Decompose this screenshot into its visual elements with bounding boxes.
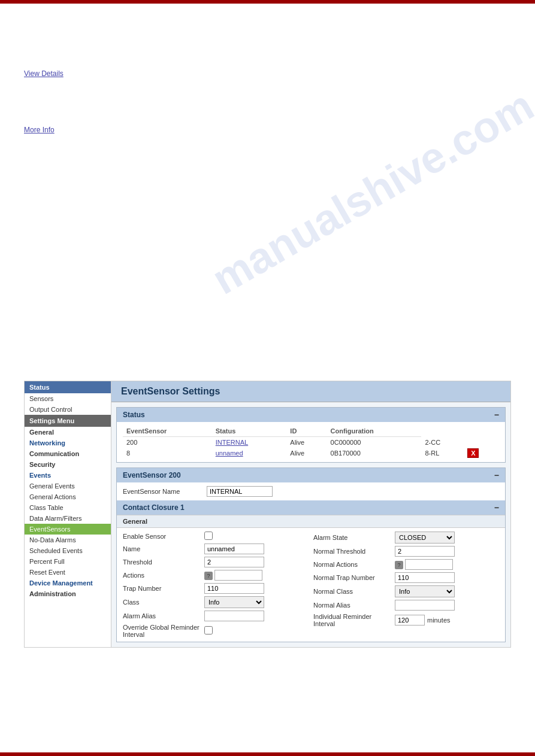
eventsensor-200-collapse-btn[interactable]: − xyxy=(494,470,499,480)
field-normal-threshold: Normal Threshold xyxy=(313,545,499,558)
sidebar-item-data-alarm[interactable]: Data Alarm/Filters xyxy=(25,513,111,524)
contact-closure-label: Contact Closure 1 xyxy=(123,503,185,512)
sidebar: Status Sensors Output Control Settings M… xyxy=(25,381,111,647)
sidebar-item-eventsensors[interactable]: EventSensors xyxy=(25,524,111,535)
right-col: Alarm State CLOSED OPEN Normal Threshold xyxy=(313,530,499,639)
normal-threshold-label: Normal Threshold xyxy=(313,548,391,555)
reminder-interval-value: minutes xyxy=(395,615,451,626)
sidebar-item-events[interactable]: Events xyxy=(25,470,111,481)
contact-closure-header: Contact Closure 1 − xyxy=(117,500,505,515)
field-normal-actions: Normal Actions ? xyxy=(313,558,499,571)
error-badge[interactable]: X xyxy=(467,448,479,458)
normal-actions-help-btn[interactable]: ? xyxy=(395,561,403,569)
status-section-header: Status − xyxy=(117,408,505,422)
screenshot-container: Status Sensors Output Control Settings M… xyxy=(24,381,511,648)
normal-actions-value: ? xyxy=(395,559,453,570)
table-row: 8 unnamed Alive 0B170000 8-RL X xyxy=(123,448,499,459)
class-select[interactable]: Info Warning Critical xyxy=(204,596,264,608)
status-collapse-btn[interactable]: − xyxy=(494,410,499,420)
sidebar-item-general-actions[interactable]: General Actions xyxy=(25,491,111,502)
bottom-border xyxy=(0,752,535,756)
table-row: 200 INTERNAL Alive 0C000000 2-CC xyxy=(123,437,499,448)
row1-status: Alive xyxy=(286,437,327,448)
row2-id: 0B170000 xyxy=(327,448,422,459)
status-section-label: Status xyxy=(123,411,145,419)
trap-number-input[interactable] xyxy=(204,583,264,594)
sidebar-status-header: Status xyxy=(25,381,111,393)
sidebar-item-device-mgmt[interactable]: Device Management xyxy=(25,578,111,588)
override-global-checkbox[interactable] xyxy=(204,626,213,634)
col-status: Status xyxy=(212,426,287,437)
top-link-1[interactable]: View Details xyxy=(24,69,64,78)
sidebar-settings-menu-header: Settings Menu xyxy=(25,415,111,427)
page-content: View Details More Info xyxy=(0,4,535,152)
class-label: Class xyxy=(123,599,201,606)
name-value xyxy=(204,544,264,554)
eventsensor-name-label: EventSensor Name xyxy=(123,488,207,495)
status-section: Status − EventSensor Status ID Configura… xyxy=(116,407,506,463)
eventsensor-name-row: EventSensor Name xyxy=(117,482,505,500)
main-content: EventSensor Settings Status − EventSenso… xyxy=(111,381,510,647)
field-actions: Actions ? xyxy=(123,569,309,582)
row1-id: 0C000000 xyxy=(327,437,422,448)
row2-name[interactable]: unnamed xyxy=(212,448,287,459)
field-threshold: Threshold xyxy=(123,555,309,569)
row1-name[interactable]: INTERNAL xyxy=(212,437,287,448)
field-normal-trap-number: Normal Trap Number xyxy=(313,571,499,584)
sidebar-item-class-table[interactable]: Class Table xyxy=(25,502,111,513)
class-value: Info Warning Critical xyxy=(204,596,264,608)
eventsensor-200-header: EventSensor 200 − xyxy=(117,468,505,482)
main-title: EventSensor Settings xyxy=(111,381,510,402)
field-class: Class Info Warning Critical xyxy=(123,595,309,609)
normal-trap-number-input[interactable] xyxy=(395,572,455,583)
threshold-value xyxy=(204,557,264,567)
sidebar-item-general[interactable]: General xyxy=(25,427,111,438)
row2-config: 8-RL xyxy=(421,448,464,459)
trap-number-value xyxy=(204,583,264,594)
eventsensor-name-input[interactable] xyxy=(207,486,273,497)
alarm-alias-label: Alarm Alias xyxy=(123,612,201,620)
normal-threshold-input[interactable] xyxy=(395,546,455,557)
top-link-2[interactable]: More Info xyxy=(24,126,55,134)
field-trap-number: Trap Number xyxy=(123,582,309,595)
field-normal-alias: Normal Alias xyxy=(313,599,499,612)
alarm-state-select[interactable]: CLOSED OPEN xyxy=(395,532,455,544)
sidebar-item-percent-full[interactable]: Percent Full xyxy=(25,556,111,567)
actions-input[interactable] xyxy=(214,570,262,581)
sidebar-item-administration[interactable]: Administration xyxy=(25,588,111,599)
field-enable-sensor: Enable Sensor xyxy=(123,530,309,542)
sidebar-item-output-control[interactable]: Output Control xyxy=(25,404,111,415)
threshold-input[interactable] xyxy=(204,557,264,567)
sidebar-item-general-events[interactable]: General Events xyxy=(25,481,111,491)
actions-label: Actions xyxy=(123,572,201,579)
sidebar-item-scheduled-events[interactable]: Scheduled Events xyxy=(25,545,111,556)
col-eventsensor: EventSensor xyxy=(123,426,212,437)
sidebar-item-security[interactable]: Security xyxy=(25,459,111,470)
sidebar-item-communication[interactable]: Communication xyxy=(25,448,111,459)
alarm-alias-value xyxy=(204,611,264,621)
enable-sensor-checkbox[interactable] xyxy=(204,532,213,540)
sidebar-item-networking[interactable]: Networking xyxy=(25,438,111,448)
sidebar-item-sensors[interactable]: Sensors xyxy=(25,393,111,404)
normal-actions-label: Normal Actions xyxy=(313,561,391,568)
sidebar-item-reset-event[interactable]: Reset Event xyxy=(25,567,111,578)
field-alarm-state: Alarm State CLOSED OPEN xyxy=(313,530,499,545)
col-config: Configuration xyxy=(327,426,422,437)
normal-trap-number-value xyxy=(395,572,455,583)
actions-value: ? xyxy=(204,570,262,581)
name-input[interactable] xyxy=(204,544,264,554)
normal-class-select[interactable]: Info Warning Critical xyxy=(395,585,455,597)
sidebar-item-no-data-alarms[interactable]: No-Data Alarms xyxy=(25,535,111,545)
eventsensor-200-section: EventSensor 200 − EventSensor Name Conta… xyxy=(116,467,506,642)
normal-alias-input[interactable] xyxy=(395,600,455,611)
actions-help-btn[interactable]: ? xyxy=(204,572,213,580)
reminder-interval-input[interactable] xyxy=(395,615,425,626)
col-id: ID xyxy=(286,426,327,437)
field-reminder-interval: Individual Reminder Interval minutes xyxy=(313,612,499,629)
normal-class-value: Info Warning Critical xyxy=(395,585,455,597)
normal-trap-number-label: Normal Trap Number xyxy=(313,574,391,581)
contact-closure-collapse-btn[interactable]: − xyxy=(494,503,499,512)
general-section-label: General xyxy=(117,515,505,528)
alarm-alias-input[interactable] xyxy=(204,611,264,621)
normal-actions-input[interactable] xyxy=(405,559,453,570)
